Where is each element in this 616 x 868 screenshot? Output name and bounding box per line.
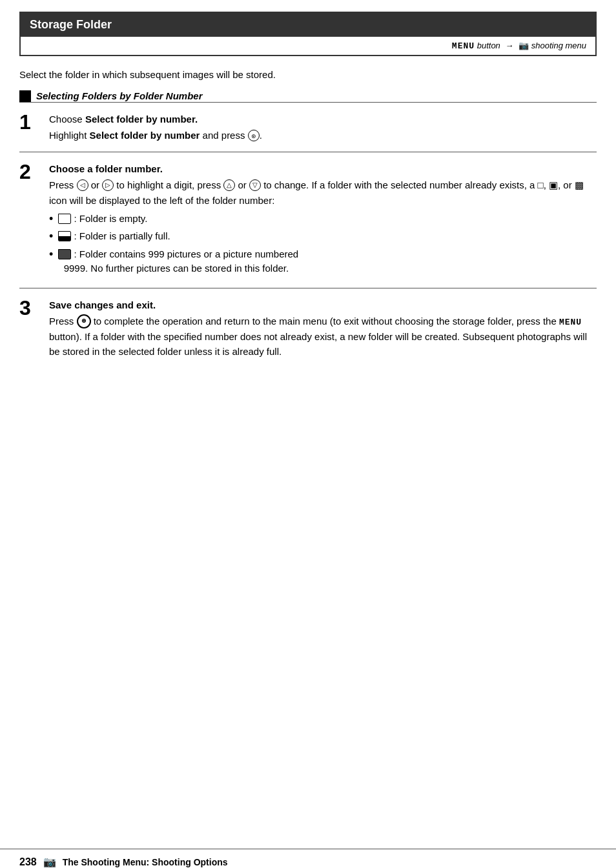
partial-folder-icon xyxy=(58,231,71,241)
steps-container: 1 Choose Select folder by number. Highli… xyxy=(19,102,597,368)
step-1-title: Choose Select folder by number. xyxy=(49,112,597,126)
step-1: 1 Choose Select folder by number. Highli… xyxy=(19,102,597,152)
step-3-title-bold: Save changes and exit. xyxy=(49,299,156,310)
header-menu-row: MENU button → 📷 shooting menu xyxy=(21,37,595,55)
full-folder-text: : Folder contains 999 pictures or a pict… xyxy=(58,248,298,274)
footer-page-number: 238 xyxy=(19,856,37,868)
menu-keyword-inline: MENU xyxy=(559,318,582,327)
ok-button-icon-3: ⊛ xyxy=(77,314,91,328)
bullet-dot-1: • xyxy=(49,212,53,227)
right-btn-icon: ▷ xyxy=(102,179,114,191)
step-2-content: Choose a folder number. Press ◁ or ▷ to … xyxy=(49,161,597,279)
section-heading-icon xyxy=(19,90,31,102)
empty-folder-icon xyxy=(58,214,71,224)
up-btn-icon: △ xyxy=(223,179,235,191)
page-footer: 238 📷 The Shooting Menu: Shooting Option… xyxy=(0,849,616,868)
menu-section-label: shooting menu xyxy=(531,41,586,50)
footer-camera-icon: 📷 xyxy=(43,856,56,868)
page-container: Storage Folder MENU button → 📷 shooting … xyxy=(0,12,616,868)
step-1-body: Highlight Select folder by number and pr… xyxy=(49,128,597,143)
step-2-title: Choose a folder number. xyxy=(49,161,597,176)
menu-button-label: button xyxy=(477,41,503,50)
folder-status-list: • : Folder is empty. • : Folder is xyxy=(49,212,597,276)
step-2: 2 Choose a folder number. Press ◁ or ▷ t… xyxy=(19,152,597,288)
step-2-number: 2 xyxy=(19,161,37,182)
section-heading: Selecting Folders by Folder Number xyxy=(19,90,597,102)
step-3-body: Press ⊛ to complete the operation and re… xyxy=(49,314,597,359)
step-3: 3 Save changes and exit. Press ⊛ to comp… xyxy=(19,288,597,368)
step-2-body: Press ◁ or ▷ to highlight a digit, press… xyxy=(49,177,597,208)
step-1-content: Choose Select folder by number. Highligh… xyxy=(49,112,597,143)
bullet-dot-3: • xyxy=(49,247,53,262)
bullet-dot-2: • xyxy=(49,229,53,244)
page-title: Storage Folder xyxy=(30,18,112,31)
bullet-full-folder: • : Folder contains 999 pictures or a pi… xyxy=(49,247,597,276)
left-btn-icon: ◁ xyxy=(77,179,88,191)
down-btn-icon: ▽ xyxy=(249,179,261,191)
partial-folder-text: : Folder is partially full. xyxy=(74,230,170,241)
full-folder-icon xyxy=(58,249,71,259)
footer-text: The Shooting Menu: Shooting Options xyxy=(63,857,228,867)
menu-arrow: → xyxy=(505,41,513,50)
menu-keyword: MENU xyxy=(452,41,475,51)
page-header: Storage Folder MENU button → 📷 shooting … xyxy=(19,12,597,56)
camera-icon: 📷 xyxy=(518,41,529,50)
empty-folder-text: : Folder is empty. xyxy=(74,213,147,224)
ok-button-icon-1: ⊛ xyxy=(248,130,260,141)
bullet-empty-folder: • : Folder is empty. xyxy=(49,212,597,227)
bullet-partial-folder: • : Folder is partially full. xyxy=(49,229,597,244)
step-3-number: 3 xyxy=(19,298,37,318)
intro-text: Select the folder in which subsequent im… xyxy=(19,68,597,83)
step-1-highlight: Select folder by number xyxy=(90,130,200,141)
step-3-title: Save changes and exit. xyxy=(49,298,597,312)
ok-icon-symbol: ⊛ xyxy=(251,133,256,139)
step-2-title-bold: Choose a folder number. xyxy=(49,163,163,174)
header-title-row: Storage Folder xyxy=(21,13,595,37)
step-1-number: 1 xyxy=(19,112,37,132)
step-1-title-bold: Select folder by number. xyxy=(85,114,198,125)
step-3-content: Save changes and exit. Press ⊛ to comple… xyxy=(49,298,597,359)
section-heading-text: Selecting Folders by Folder Number xyxy=(36,90,203,101)
